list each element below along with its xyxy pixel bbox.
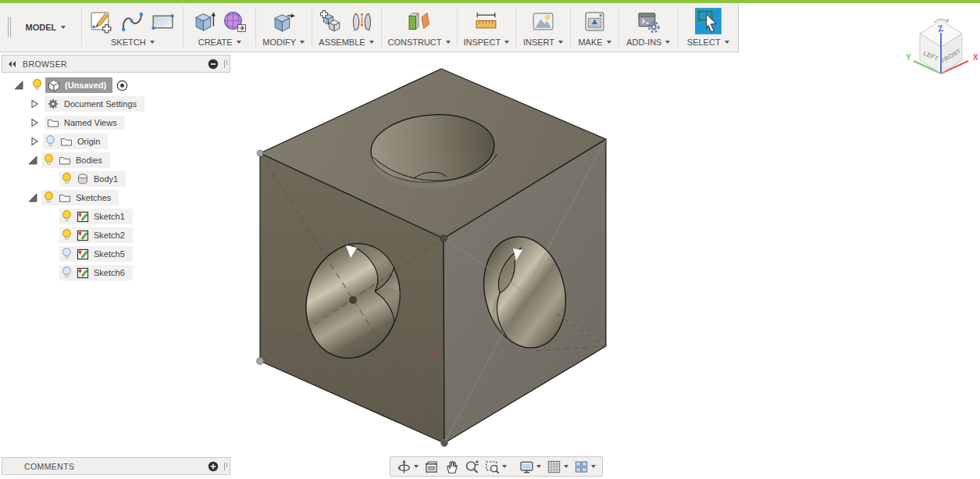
viewports-button[interactable] — [572, 458, 597, 476]
select-cursor-icon[interactable] — [694, 7, 722, 35]
look-at-button[interactable] — [422, 458, 440, 476]
insert-menu[interactable]: INSERT — [523, 38, 563, 47]
tree-item-unsaved[interactable]: (Unsaved) — [0, 76, 234, 95]
toolbar-group-inspect: INSPECT — [457, 3, 515, 52]
print-3d-icon[interactable] — [582, 9, 608, 34]
model-body[interactable] — [257, 69, 607, 447]
display-settings-button[interactable] — [518, 458, 543, 476]
fusion360-window: { "window": { "width": 1255, "height": 6… — [0, 0, 980, 479]
chevron-down-icon — [446, 41, 451, 44]
chevron-down-icon — [414, 465, 419, 468]
visibility-bulb-on-icon[interactable] — [62, 173, 72, 185]
tree-item-sketch2[interactable]: Sketch2 — [0, 226, 234, 245]
visibility-bulb-on-icon[interactable] — [32, 79, 42, 91]
modify-menu[interactable]: MODIFY — [262, 38, 305, 47]
tree-item-label: Named Views — [64, 118, 117, 127]
comments-panel-header[interactable]: COMMENTS — [2, 457, 230, 475]
tree-item-sketches[interactable]: Sketches — [0, 188, 234, 207]
tree-item-bodies[interactable]: Bodies — [0, 151, 234, 170]
browser-panel-header[interactable]: BROWSER — [2, 55, 230, 73]
zoom-button[interactable] — [463, 458, 481, 476]
toolbar-group-insert: INSERT — [516, 3, 570, 52]
expander-expanded-icon[interactable] — [28, 193, 37, 202]
tree-item-sketch1[interactable]: Sketch1 — [0, 207, 234, 226]
visibility-bulb-off-icon[interactable] — [62, 266, 72, 279]
workspace-label: MODEL — [26, 23, 57, 32]
panel-grip[interactable] — [224, 463, 227, 470]
rectangle-icon[interactable] — [150, 9, 176, 34]
sketch-menu[interactable]: SKETCH — [111, 38, 155, 47]
expander-expanded-icon[interactable] — [14, 80, 23, 90]
tree-item-label: Sketches — [76, 193, 111, 202]
joint-icon[interactable] — [349, 9, 375, 34]
toolbar-group-create: CREATE — [184, 3, 255, 52]
toolbar-group-addins: ADD-INS — [619, 3, 678, 52]
chevron-down-icon — [150, 41, 155, 44]
spline-icon[interactable] — [119, 9, 145, 34]
main-toolbar: MODEL — [0, 3, 739, 52]
body-cylinder-icon — [77, 173, 89, 185]
assemble-menu[interactable]: ASSEMBLE — [319, 38, 373, 47]
tree-item-body1[interactable]: Body1 — [0, 170, 234, 188]
select-menu[interactable]: SELECT — [687, 38, 729, 47]
viewports-icon — [574, 459, 589, 474]
tree-item-selected-block[interactable]: (Unsaved) — [45, 77, 112, 93]
tree-item-label: Sketch5 — [94, 249, 125, 259]
visibility-bulb-off-icon[interactable] — [62, 248, 72, 260]
expander-expanded-icon[interactable] — [28, 155, 37, 165]
comments-panel-title: COMMENTS — [24, 462, 208, 471]
chevron-down-icon — [369, 41, 374, 44]
sketch-icon — [77, 210, 89, 223]
tree-item-label: (Unsaved) — [65, 80, 106, 90]
visibility-bulb-on-icon[interactable] — [44, 154, 54, 166]
window-zoom-button[interactable] — [483, 458, 508, 476]
panel-grip[interactable] — [224, 60, 227, 68]
expander-collapsed-icon[interactable] — [30, 137, 39, 146]
toolbar-grip[interactable] — [0, 3, 20, 52]
construction-plane-icon[interactable] — [403, 9, 434, 34]
pan-hand-icon — [444, 459, 459, 474]
viewcube[interactable]: LEFT FRONT Z Y X — [900, 11, 980, 83]
browser-panel-title: BROWSER — [23, 59, 208, 69]
expander-collapsed-icon[interactable] — [30, 99, 39, 109]
insert-image-icon[interactable] — [530, 9, 556, 34]
expander-collapsed-icon[interactable] — [30, 118, 39, 127]
visibility-bulb-on-icon[interactable] — [62, 229, 72, 241]
sketch-icon — [77, 266, 89, 279]
workspace-switcher[interactable]: MODEL — [20, 3, 82, 52]
tree-item-named-views[interactable]: Named Views — [0, 113, 234, 132]
measure-icon[interactable] — [473, 9, 499, 34]
remove-circle-icon[interactable] — [208, 59, 219, 70]
create-sketch-icon[interactable] — [89, 9, 115, 34]
tree-item-label: Sketch6 — [94, 268, 125, 277]
tree-item-origin[interactable]: Origin — [0, 132, 234, 151]
visibility-bulb-off-icon[interactable] — [45, 135, 55, 148]
form-icon[interactable] — [222, 9, 248, 34]
extrude-icon[interactable] — [191, 9, 217, 34]
gear-icon — [47, 98, 59, 110]
create-menu[interactable]: CREATE — [198, 38, 241, 47]
new-component-icon[interactable] — [319, 9, 344, 34]
viewcube-y-label: Y — [906, 53, 911, 62]
tree-item-sketch6[interactable]: Sketch6 — [0, 263, 234, 282]
visibility-bulb-on-icon[interactable] — [62, 210, 72, 223]
add-circle-icon[interactable] — [208, 461, 219, 472]
folder-icon — [59, 155, 71, 166]
orbit-button[interactable] — [395, 458, 420, 476]
inspect-menu[interactable]: INSPECT — [463, 38, 509, 47]
pan-button[interactable] — [443, 458, 461, 476]
grid-and-snaps-button[interactable] — [545, 458, 570, 476]
addins-menu[interactable]: ADD-INS — [626, 38, 670, 47]
press-pull-icon[interactable] — [271, 9, 297, 34]
collapse-left-icon[interactable] — [7, 59, 17, 69]
scripts-addins-icon[interactable] — [636, 9, 661, 34]
make-menu[interactable]: MAKE — [578, 38, 611, 47]
construct-menu[interactable]: CONSTRUCT — [387, 38, 450, 47]
tree-item-label: Sketch1 — [94, 212, 125, 221]
activate-radio-icon[interactable] — [116, 80, 128, 91]
folder-icon — [60, 136, 73, 147]
tree-item-document-settings[interactable]: Document Settings — [0, 95, 234, 113]
tree-item-sketch5[interactable]: Sketch5 — [0, 245, 234, 263]
visibility-bulb-on-icon[interactable] — [44, 191, 54, 204]
tree-item-label: Bodies — [76, 155, 102, 165]
